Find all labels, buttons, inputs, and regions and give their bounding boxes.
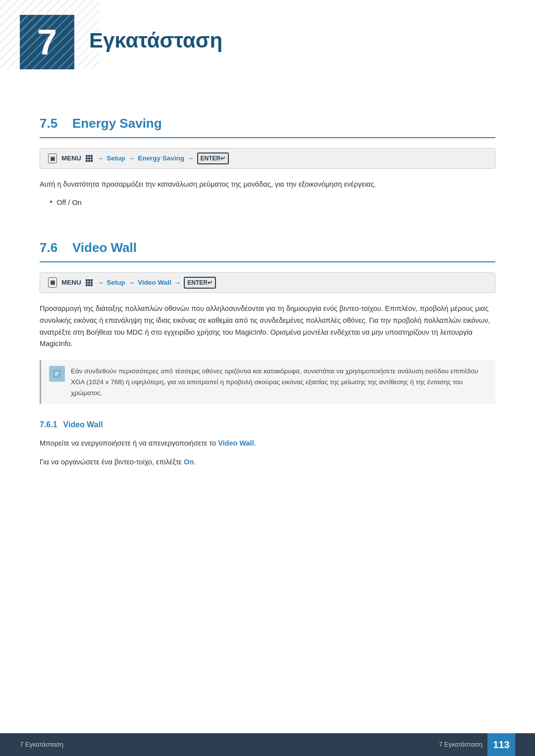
section-7-6-heading: 7.6 Video Wall	[40, 238, 495, 262]
energy-saving-link: Energy Saving	[138, 153, 184, 163]
subsection-7-6-1-heading: 7.6.1 Video Wall	[40, 419, 495, 431]
video-wall-link: Video Wall	[138, 278, 171, 288]
section-7-6-number: 7.6	[40, 238, 64, 257]
menu-nav-7-5: ▣ MENU → Setup → Energy Saving → ENTER↵	[40, 148, 495, 169]
arrow-1-7-5: →	[97, 153, 104, 163]
footer-page-number: 113	[487, 733, 515, 756]
subsection-7-6-1-body1: Μπορείτε να ενεργοποιήσετε ή να απενεργο…	[40, 438, 495, 450]
footer-page-label: 7 Εγκατάσταση	[439, 740, 482, 750]
subsection-7-6-1-title: Video Wall	[63, 419, 103, 431]
arrow-2-7-6: →	[128, 278, 135, 288]
stripe-decoration	[0, 0, 99, 69]
bullet-dot: •	[50, 198, 53, 206]
menu-label-7-6: MENU	[61, 278, 81, 288]
video-wall-bold: Video Wall	[218, 439, 254, 447]
note-box-7-6: Εάν συνδεθούν περισσότερες από τέσσερις …	[40, 360, 495, 404]
footer-left-text: 7 Εγκατάσταση	[20, 740, 63, 750]
footer-right: 7 Εγκατάσταση 113	[439, 733, 515, 756]
menu-nav-7-6: ▣ MENU → Setup → Video Wall → ENTER↵	[40, 272, 495, 293]
arrow-2-7-5: →	[128, 153, 135, 163]
menu-label-7-5: MENU	[61, 153, 81, 163]
enter-icon-7-6: ENTER↵	[184, 277, 216, 289]
enter-icon-7-5: ENTER↵	[197, 152, 229, 164]
note-text-7-6: Εάν συνδεθούν περισσότερες από τέσσερις …	[71, 366, 487, 398]
arrow-3-7-6: →	[174, 278, 181, 288]
setup-link-7-6: Setup	[107, 278, 125, 288]
arrow-3-7-5: →	[187, 153, 194, 163]
off-on-label: Off / On	[56, 198, 82, 208]
section-7-5-number: 7.5	[40, 114, 64, 133]
setup-link-7-5: Setup	[107, 153, 125, 163]
note-icon	[49, 366, 65, 382]
grid-separator-7-5	[86, 155, 93, 162]
energy-saving-bullet: • Off / On	[50, 198, 495, 208]
footer: 7 Εγκατάσταση 7 Εγκατάσταση 113	[0, 733, 535, 756]
subsection-7-6-1-body2: Για να οργανώσετε ένα βιντεο-τοίχο, επιλ…	[40, 456, 495, 468]
section-7-5-title: Energy Saving	[72, 114, 162, 133]
remote-icon-7-5: ▣	[48, 153, 57, 164]
section-7-5-heading: 7.5 Energy Saving	[40, 114, 495, 138]
subsection-7-6-1-number: 7.6.1	[40, 419, 57, 431]
chapter-title: Εγκατάσταση	[89, 25, 222, 56]
video-wall-body: Προσαρμογή της διάταξης πολλαπλών οθονών…	[40, 303, 495, 351]
section-7-6-title: Video Wall	[72, 238, 137, 257]
on-bold: On	[184, 458, 194, 466]
arrow-1-7-6: →	[97, 278, 104, 288]
grid-separator-7-6	[86, 279, 93, 286]
main-content: 7.5 Energy Saving ▣ MENU → Setup → Energ…	[0, 89, 535, 515]
remote-icon-7-6: ▣	[48, 277, 57, 288]
energy-saving-body: Αυτή η δυνατότητα προσαρμόζει την κατανά…	[40, 179, 495, 191]
chapter-header: 7 Εγκατάσταση	[0, 0, 535, 84]
